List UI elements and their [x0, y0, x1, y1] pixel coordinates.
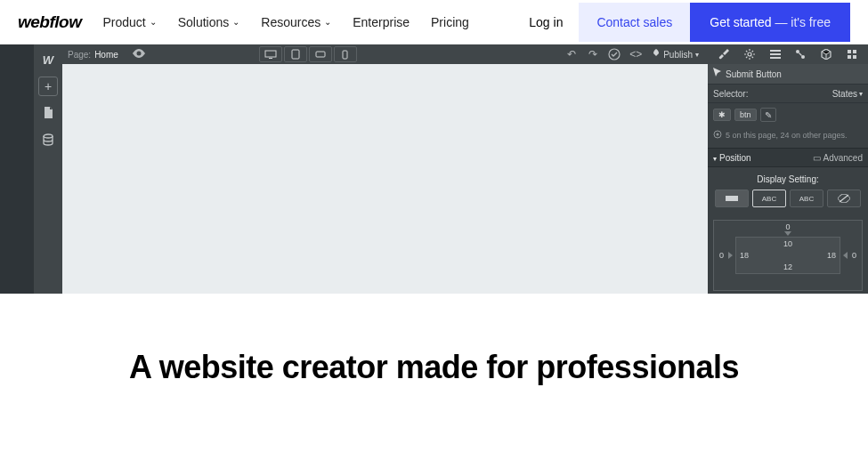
svg-rect-19 — [726, 196, 738, 201]
svg-point-11 — [796, 50, 799, 53]
far-left-rail — [0, 44, 34, 294]
desktop-breakpoint[interactable] — [259, 46, 282, 62]
display-inline-block[interactable]: ABC — [752, 190, 786, 207]
chevron-down-icon: ⌄ — [232, 17, 239, 27]
undo-icon[interactable]: ↶ — [563, 46, 580, 62]
panel-tabs — [708, 44, 868, 64]
chevron-down-icon: ▾ — [859, 90, 863, 98]
page-name: Home — [94, 50, 118, 60]
selector-tags: ✱ btn ✎ — [708, 103, 868, 126]
rocket-icon — [652, 49, 661, 60]
preview-icon[interactable] — [133, 49, 145, 60]
nav-solutions[interactable]: Solutions⌄ — [178, 15, 240, 29]
chevron-down-icon: ▾ — [695, 51, 699, 59]
advanced-toggle[interactable]: ▭Advanced — [813, 153, 863, 163]
selector-class[interactable]: btn — [734, 109, 757, 121]
states-dropdown[interactable]: States▾ — [832, 89, 863, 99]
selected-element-row: Submit Button — [708, 64, 868, 84]
layout-icon[interactable] — [767, 46, 784, 62]
margin-top-value[interactable]: 0 — [785, 222, 790, 231]
margin-right-value[interactable]: 0 — [852, 251, 856, 260]
designer-preview: W + Page: Home ↶ — [0, 44, 868, 294]
tablet-breakpoint[interactable] — [284, 46, 307, 62]
padding-top-value[interactable]: 10 — [783, 239, 792, 248]
brush-icon[interactable] — [715, 46, 733, 62]
chevron-down-icon: ⌄ — [324, 17, 331, 27]
instance-text: 5 on this page, 24 on other pages. — [726, 131, 848, 140]
box-model[interactable]: 0 0 0 10 12 18 18 — [708, 214, 868, 294]
svg-rect-15 — [848, 55, 851, 59]
left-rail: W + — [34, 44, 62, 294]
page-indicator[interactable]: Page: Home — [68, 50, 118, 60]
pages-icon[interactable] — [38, 103, 58, 123]
selector-all[interactable]: ✱ — [713, 109, 731, 121]
padding-left-value[interactable]: 18 — [740, 251, 749, 260]
nav-resources[interactable]: Resources⌄ — [261, 15, 331, 29]
padding-right-value[interactable]: 18 — [827, 251, 836, 260]
grid-icon[interactable] — [843, 46, 861, 62]
landscape-breakpoint[interactable] — [309, 46, 332, 62]
style-panel: Submit Button Selector: States▾ ✱ btn ✎ … — [708, 44, 868, 294]
svg-rect-8 — [770, 50, 781, 52]
toolbar-right: ↶ ↷ <> Publish ▾ — [563, 46, 702, 62]
svg-rect-14 — [853, 50, 856, 53]
position-section-header[interactable]: ▾Position ▭Advanced — [708, 148, 868, 167]
canvas[interactable] — [62, 64, 708, 294]
asterisk-icon: ✱ — [718, 110, 726, 119]
headline-text: A website creator made for professionals — [18, 347, 850, 387]
svg-line-20 — [840, 195, 848, 202]
triangle-left-icon — [728, 252, 733, 259]
box-icon[interactable] — [817, 46, 835, 62]
gear-icon[interactable] — [741, 46, 758, 62]
display-options: ABC ABC — [708, 190, 868, 214]
nav-label: Product — [102, 15, 145, 29]
nav-label: Solutions — [178, 15, 230, 29]
selector-label: Selector: — [713, 89, 748, 99]
get-started-button[interactable]: Get started — it's free — [690, 3, 850, 42]
abc-label: ABC — [762, 195, 776, 203]
display-none[interactable] — [827, 190, 861, 207]
publish-label: Publish — [663, 50, 693, 60]
svg-rect-1 — [265, 51, 276, 57]
states-label: States — [832, 89, 857, 99]
logo[interactable]: webflow — [18, 12, 81, 32]
code-icon[interactable]: <> — [627, 46, 645, 62]
svg-rect-9 — [770, 53, 781, 55]
nav-label: Resources — [261, 15, 320, 29]
redo-icon[interactable]: ↷ — [584, 46, 602, 62]
svg-rect-13 — [848, 50, 851, 53]
padding-box[interactable]: 10 12 18 18 — [735, 237, 840, 274]
nav-product[interactable]: Product⌄ — [102, 15, 156, 29]
advanced-label: Advanced — [823, 153, 863, 163]
cms-icon[interactable] — [38, 130, 58, 149]
device-breakpoints — [259, 46, 357, 62]
svg-point-6 — [609, 49, 620, 60]
svg-rect-5 — [343, 51, 347, 59]
nav-pricing[interactable]: Pricing — [431, 15, 469, 29]
target-icon — [713, 130, 722, 141]
display-inline[interactable]: ABC — [790, 190, 823, 207]
nav-enterprise[interactable]: Enterprise — [353, 15, 410, 29]
nav-label: Pricing — [431, 15, 469, 29]
publish-button[interactable]: Publish ▾ — [648, 49, 702, 60]
display-block[interactable] — [715, 190, 749, 207]
top-nav: webflow Product⌄ Solutions⌄ Resources⌄ E… — [0, 0, 868, 44]
toggle-icon: ▭ — [813, 153, 821, 163]
display-setting-label: Display Setting: — [708, 167, 868, 190]
abc-label: ABC — [799, 195, 814, 203]
contact-sales-button[interactable]: Contact sales — [579, 3, 690, 42]
webflow-w-icon[interactable]: W — [38, 50, 58, 69]
mobile-breakpoint[interactable] — [334, 46, 357, 62]
padding-bottom-value[interactable]: 12 — [783, 262, 792, 271]
page-label: Page: — [68, 50, 91, 60]
svg-point-18 — [717, 133, 719, 136]
check-icon[interactable] — [605, 46, 623, 62]
login-link[interactable]: Log in — [513, 4, 579, 40]
margin-box[interactable]: 0 0 0 10 12 18 18 — [713, 220, 863, 291]
triangle-down-icon — [784, 231, 791, 236]
add-element-button[interactable]: + — [38, 77, 58, 96]
edit-selector-icon[interactable]: ✎ — [760, 108, 776, 122]
nav-right: Log in Contact sales Get started — it's … — [513, 3, 850, 42]
margin-left-value[interactable]: 0 — [719, 251, 724, 260]
interactions-icon[interactable] — [791, 46, 809, 62]
